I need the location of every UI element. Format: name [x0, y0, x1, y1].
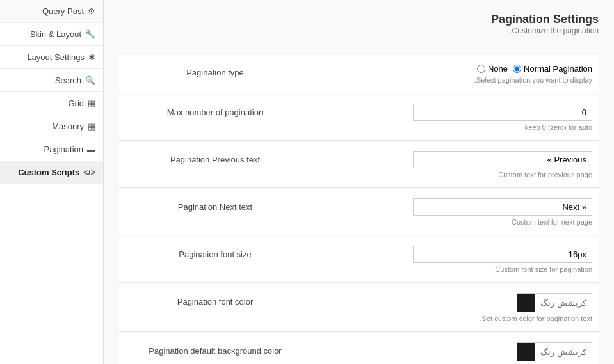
input-prev-text[interactable]	[413, 151, 592, 168]
masonry-icon: ▦	[88, 122, 95, 131]
color-field-bg-color[interactable]: کزبشش رنگ	[517, 342, 592, 361]
label-prev-text: Pagination Previous text	[119, 151, 311, 167]
skin-layout-icon: 🔧	[85, 29, 95, 39]
sidebar-item-layout-settings[interactable]: Layout Settings ✱	[0, 46, 103, 69]
label-bg-color: Pagination default background color	[119, 342, 311, 358]
control-max-pagination: keep 0 (zero) for auto	[311, 104, 599, 131]
hint-pagination-type: Select pagination you want to display.	[474, 76, 592, 84]
sidebar: Query Post ⚙ Skin & Layout 🔧 Layout Sett…	[0, 0, 104, 364]
row-max-pagination: Max number of pagination keep 0 (zero) f…	[119, 95, 599, 141]
hint-next-text: Custom text for next page	[512, 218, 592, 226]
page-title: Pagination Settings	[119, 13, 599, 26]
sidebar-item-label: Custom Scripts	[18, 168, 79, 177]
radio-none-pagination[interactable]: None	[477, 64, 508, 74]
input-max-pagination[interactable]	[413, 104, 592, 121]
sidebar-item-label: Search	[55, 75, 81, 85]
control-pagination-type: Normal Pagination None Select pagination…	[311, 64, 599, 84]
color-text-font-color: کزبشش رنگ	[535, 295, 592, 311]
sidebar-item-search[interactable]: Search 🔍	[0, 69, 103, 92]
color-field-font-color[interactable]: کزبشش رنگ	[517, 293, 592, 312]
input-font-size[interactable]	[413, 246, 592, 263]
label-pagination-type: Pagination type	[119, 64, 311, 80]
sidebar-item-label: Pagination	[44, 145, 83, 154]
hint-font-color: Set custom color for pagination text.	[480, 315, 593, 322]
page-subtitle: Customize the pagination.	[119, 26, 599, 35]
radio-normal-pagination[interactable]: Normal Pagination	[513, 64, 592, 74]
control-font-color: کزبشش رنگ Set custom color for paginatio…	[311, 293, 599, 322]
sidebar-item-query-post[interactable]: Query Post ⚙	[0, 0, 103, 23]
layout-settings-icon: ✱	[88, 52, 95, 62]
sidebar-item-label: Masonry	[52, 122, 84, 131]
query-post-icon: ⚙	[88, 6, 95, 16]
label-max-pagination: Max number of pagination	[119, 104, 311, 120]
control-bg-color: کزبشش رنگ Set custom value for paginatio…	[311, 342, 599, 364]
sidebar-item-pagination[interactable]: Pagination ▬	[0, 138, 103, 161]
grid-icon: ▦	[88, 99, 95, 108]
input-next-text[interactable]	[413, 198, 592, 216]
row-next-text: Pagination Next text Custom text for nex…	[119, 189, 599, 235]
label-font-color: Pagination font color	[119, 293, 311, 309]
control-prev-text: Custom text for previous page	[311, 151, 599, 178]
row-font-size: Pagination font size Custom font size fo…	[119, 237, 599, 283]
hint-max-pagination: keep 0 (zero) for auto	[525, 123, 592, 131]
color-text-bg-color: کزبشش رنگ	[535, 344, 592, 360]
color-swatch-font-color[interactable]	[517, 294, 535, 312]
sidebar-item-label: Layout Settings	[27, 52, 85, 62]
control-font-size: Custom font size for pagination	[311, 246, 599, 273]
hint-font-size: Custom font size for pagination	[495, 265, 592, 273]
hint-prev-text: Custom text for previous page	[498, 171, 592, 178]
sidebar-item-label: Grid	[68, 99, 84, 108]
sidebar-item-label: Skin & Layout	[30, 29, 81, 39]
search-icon: 🔍	[85, 75, 95, 85]
radio-group-pagination-type: Normal Pagination None	[477, 64, 592, 74]
row-pagination-type: Pagination type Normal Pagination None S…	[119, 55, 599, 93]
label-next-text: Pagination Next text	[119, 198, 311, 214]
row-bg-color: Pagination default background color کزبش…	[119, 333, 599, 364]
pagination-icon: ▬	[87, 145, 95, 154]
control-next-text: Custom text for next page	[311, 198, 599, 226]
sidebar-item-grid[interactable]: Grid ▦	[0, 92, 103, 115]
sidebar-item-skin-layout[interactable]: Skin & Layout 🔧	[0, 23, 103, 46]
label-font-size: Pagination font size	[119, 246, 311, 262]
sidebar-item-custom-scripts[interactable]: Custom Scripts </>	[0, 161, 103, 184]
row-font-color: Pagination font color کزبشش رنگ Set cust…	[119, 284, 599, 332]
color-swatch-bg-color[interactable]	[517, 343, 535, 361]
row-prev-text: Pagination Previous text Custom text for…	[119, 142, 599, 188]
custom-scripts-icon: </>	[83, 168, 95, 177]
sidebar-item-label: Query Post	[42, 6, 84, 16]
main-content: Pagination Settings Customize the pagina…	[104, 0, 614, 364]
page-header: Pagination Settings Customize the pagina…	[119, 13, 599, 42]
sidebar-item-masonry[interactable]: Masonry ▦	[0, 115, 103, 138]
